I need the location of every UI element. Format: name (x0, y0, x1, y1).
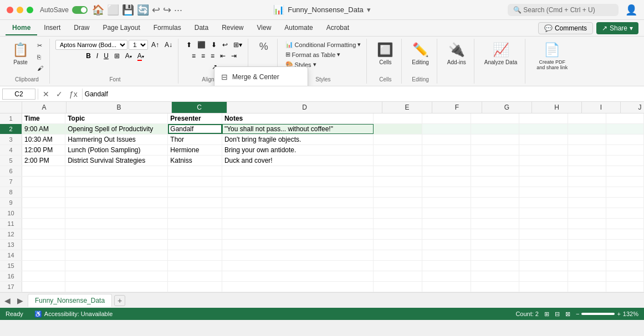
cell-b4[interactable]: Lunch (Potion Sampling) (65, 145, 168, 155)
cell-f16[interactable] (422, 271, 471, 281)
wrap-text-button[interactable]: ↩ (220, 40, 230, 50)
col-header-f[interactable]: F (432, 102, 482, 113)
cell-h4[interactable] (519, 145, 568, 155)
comments-button[interactable]: 💬 Comments (538, 22, 593, 34)
toolbar-icons[interactable]: 🏠 ⬜ 💾 🔄 ↩ ↪ ··· (92, 4, 182, 16)
cell-g14[interactable] (471, 250, 520, 260)
maximize-button[interactable] (27, 7, 33, 13)
zoom-out-icon[interactable]: − (576, 311, 579, 317)
cell-i3[interactable] (568, 135, 606, 144)
cell-d16[interactable] (222, 271, 374, 281)
cell-i16[interactable] (568, 271, 606, 281)
sheet-prev-button[interactable]: ◀ (2, 295, 13, 306)
cell-a7[interactable] (22, 177, 65, 187)
cell-g1[interactable] (471, 113, 520, 123)
tab-home[interactable]: Home (6, 21, 37, 35)
cell-h1[interactable] (519, 113, 568, 123)
cell-e14[interactable] (374, 250, 422, 260)
fill-color-button[interactable]: A▾ (123, 51, 134, 61)
cell-d12[interactable] (222, 229, 374, 239)
cell-d6[interactable] (222, 166, 374, 176)
cell-a15[interactable] (22, 261, 65, 271)
cell-g6[interactable] (471, 166, 520, 176)
cell-f13[interactable] (422, 240, 471, 250)
cell-c5[interactable]: Katniss (168, 156, 222, 166)
cell-g15[interactable] (471, 261, 520, 271)
cell-f4[interactable] (422, 145, 471, 155)
format-as-table-button[interactable]: ⊞ Format as Table ▾ (283, 50, 364, 59)
font-size-increase-button[interactable]: A↑ (149, 40, 161, 50)
font-color-button[interactable]: A▾ (135, 51, 146, 61)
cell-a14[interactable] (22, 250, 65, 260)
cell-d10[interactable] (222, 208, 374, 218)
row-header-1[interactable]: 1 (0, 113, 22, 123)
cell-f5[interactable] (422, 156, 471, 166)
cell-h2[interactable] (519, 124, 568, 134)
cell-g3[interactable] (471, 135, 520, 144)
row-header-10[interactable]: 10 (0, 208, 22, 218)
cell-f7[interactable] (422, 177, 471, 187)
font-name-select[interactable]: Aptos Narrow (Bod... (55, 40, 127, 50)
col-header-d[interactable]: D (227, 102, 382, 113)
align-bottom-button[interactable]: ⬇ (209, 40, 219, 50)
cell-h9[interactable] (519, 198, 568, 208)
row-header-12[interactable]: 12 (0, 229, 22, 239)
cell-d17[interactable] (222, 282, 374, 292)
cell-a6[interactable] (22, 166, 65, 176)
zoom-slider[interactable] (581, 313, 615, 315)
cell-i9[interactable] (568, 198, 606, 208)
copy-button[interactable]: ⎘ (34, 52, 46, 62)
cell-f6[interactable] (422, 166, 471, 176)
cell-e3[interactable] (374, 135, 422, 144)
cell-g5[interactable] (471, 156, 520, 166)
cell-reference-input[interactable] (2, 89, 35, 100)
cell-e5[interactable] (374, 156, 422, 166)
close-button[interactable] (7, 7, 13, 13)
create-pdf-button[interactable]: 📄 Create PDF and share link (531, 40, 573, 73)
cell-i1[interactable] (568, 113, 606, 123)
cell-c16[interactable] (168, 271, 222, 281)
cell-b16[interactable] (65, 271, 168, 281)
row-header-11[interactable]: 11 (0, 219, 22, 229)
cell-a8[interactable] (22, 187, 65, 197)
cell-d8[interactable] (222, 187, 374, 197)
cell-c3[interactable]: Thor (168, 135, 222, 144)
cell-j5[interactable] (606, 156, 644, 166)
cell-j11[interactable] (606, 219, 644, 229)
cell-h6[interactable] (519, 166, 568, 176)
add-sheet-button[interactable]: + (114, 295, 125, 306)
cell-a1[interactable]: Time (22, 113, 65, 123)
cut-button[interactable]: ✂ (34, 40, 46, 51)
cell-g2[interactable] (471, 124, 520, 134)
tab-draw[interactable]: Draw (67, 21, 96, 35)
cell-i13[interactable] (568, 240, 606, 250)
col-header-j[interactable]: J (621, 102, 644, 113)
tab-automate[interactable]: Automate (278, 21, 319, 35)
cell-f10[interactable] (422, 208, 471, 218)
cell-f11[interactable] (422, 219, 471, 229)
cell-a10[interactable] (22, 208, 65, 218)
page-break-icon[interactable]: ⊠ (565, 311, 570, 318)
cell-d1[interactable]: Notes (222, 113, 374, 123)
cell-e17[interactable] (374, 282, 422, 292)
cell-c17[interactable] (168, 282, 222, 292)
cell-b10[interactable] (65, 208, 168, 218)
cell-b17[interactable] (65, 282, 168, 292)
cell-b7[interactable] (65, 177, 168, 187)
cell-i2[interactable] (568, 124, 606, 134)
confirm-formula-button[interactable]: ✓ (54, 90, 65, 99)
cell-e12[interactable] (374, 229, 422, 239)
cell-g17[interactable] (471, 282, 520, 292)
cell-d5[interactable]: Duck and cover! (222, 156, 374, 166)
cell-d15[interactable] (222, 261, 374, 271)
cell-e8[interactable] (374, 187, 422, 197)
cell-b11[interactable] (65, 219, 168, 229)
cell-j1[interactable] (606, 113, 644, 123)
analyze-data-button[interactable]: 📈 Analyze Data (480, 40, 522, 73)
align-center-button[interactable]: ≡ (199, 51, 207, 61)
col-header-e[interactable]: E (382, 102, 432, 113)
cell-g9[interactable] (471, 198, 520, 208)
col-header-c[interactable]: C (172, 102, 227, 113)
italic-button[interactable]: I (94, 51, 100, 61)
cell-a12[interactable] (22, 229, 65, 239)
